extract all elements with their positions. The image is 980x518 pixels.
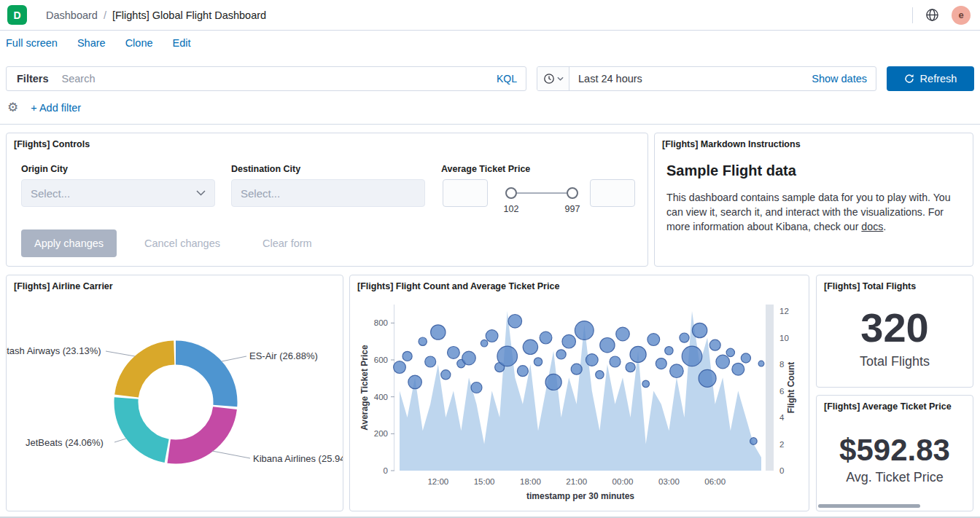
space-avatar-letter: D (13, 9, 20, 21)
panel-markdown-instructions: [Flights] Markdown Instructions Sample F… (654, 133, 973, 267)
svg-text:400: 400 (374, 393, 388, 401)
clock-icon (543, 73, 555, 85)
origin-city-placeholder: Select... (31, 187, 70, 200)
pie-label-logstash-airways: Logstash Airways (23.13%) (6, 345, 101, 356)
panel-airline-carrier: [Flights] Airline Carrier ES-Air (26.88%… (6, 275, 343, 511)
svg-text:0: 0 (384, 466, 388, 475)
space-avatar[interactable]: D (7, 5, 27, 25)
breadcrumb: Dashboard / [Flights] Global Flight Dash… (46, 9, 266, 21)
chevron-down-icon (557, 76, 564, 81)
svg-text:600: 600 (374, 356, 388, 364)
query-bar: Filters KQL Last 24 hours (6, 66, 974, 91)
markdown-heading: Sample Flight data (666, 162, 796, 179)
user-avatar[interactable]: e (952, 6, 971, 25)
destination-city-placeholder: Select... (241, 187, 280, 200)
svg-text:0: 0 (779, 466, 784, 475)
edit-button[interactable]: Edit (173, 37, 191, 49)
svg-text:18:00: 18:00 (520, 477, 541, 486)
refresh-button-label: Refresh (920, 73, 957, 85)
svg-text:10: 10 (779, 334, 789, 342)
full-screen-button[interactable]: Full screen (6, 37, 58, 49)
airline-donut-chart[interactable] (106, 333, 245, 471)
date-picker: Last 24 hours Show dates (537, 66, 876, 91)
svg-text:06:00: 06:00 (704, 477, 726, 486)
origin-city-label: Origin City (21, 164, 68, 174)
svg-text:4: 4 (779, 413, 785, 422)
avg-price-panel-title: [Flights] Average Ticket Price (817, 396, 973, 417)
pie-label-jetbeats: JetBeats (24.06%) (26, 437, 104, 448)
help-button[interactable] (924, 7, 941, 23)
svg-text:Flight Count: Flight Count (786, 362, 796, 414)
gear-icon: ⚙ (7, 101, 18, 114)
cancel-changes-button[interactable]: Cancel changes (144, 229, 220, 257)
slider-min-value: 102 (499, 204, 523, 214)
user-avatar-letter: e (958, 9, 963, 20)
show-dates-button[interactable]: Show dates (812, 73, 867, 85)
panel-flight-count-price: [Flights] Flight Count and Average Ticke… (349, 275, 809, 511)
panel-average-ticket-price: [Flights] Average Ticket Price $592.83 A… (816, 395, 973, 511)
origin-city-select[interactable]: Select... (21, 179, 215, 207)
price-min-input[interactable] (443, 179, 488, 207)
svg-text:12:00: 12:00 (427, 477, 448, 486)
header-divider (912, 7, 913, 23)
time-range-display[interactable]: Last 24 hours Show dates (569, 67, 876, 90)
filter-options-button[interactable]: ⚙ (7, 101, 18, 114)
pie-label-kibana-airlines: Kibana Airlines (25.94%) (253, 453, 343, 464)
clone-button[interactable]: Clone (125, 37, 153, 49)
apply-changes-button[interactable]: Apply changes (21, 229, 117, 257)
markdown-text-end: . (883, 221, 886, 232)
slider-track (511, 192, 572, 194)
kql-toggle-button[interactable]: KQL (488, 73, 526, 85)
time-range-text: Last 24 hours (578, 73, 642, 85)
combo-panel-title: [Flights] Flight Count and Average Ticke… (350, 275, 809, 297)
price-range-slider[interactable]: 102 997 (499, 179, 584, 214)
header-bar: D Dashboard / [Flights] Global Flight Da… (0, 0, 980, 31)
panel-horizontal-scrollbar[interactable] (818, 504, 920, 508)
total-flights-panel-title: [Flights] Total Flights (817, 275, 973, 297)
svg-text:8: 8 (779, 360, 784, 369)
avg-price-value: $592.83 (817, 435, 973, 466)
svg-text:200: 200 (374, 429, 388, 438)
time-quick-select-button[interactable] (537, 67, 569, 90)
search-input[interactable] (59, 73, 488, 85)
refresh-button[interactable]: Refresh (887, 66, 974, 91)
clear-form-button[interactable]: Clear form (262, 229, 312, 257)
ticket-price-label: Average Ticket Price (441, 164, 530, 174)
slider-handle-max[interactable] (567, 187, 578, 199)
add-filter-button[interactable]: + Add filter (31, 102, 81, 114)
search-box: Filters KQL (6, 66, 526, 91)
globe-icon (925, 8, 939, 22)
refresh-icon (904, 74, 914, 84)
markdown-panel-title: [Flights] Markdown Instructions (655, 133, 973, 155)
svg-text:6: 6 (779, 387, 784, 396)
share-button[interactable]: Share (77, 37, 106, 49)
svg-text:21:00: 21:00 (566, 477, 587, 486)
panel-total-flights: [Flights] Total Flights 320 Total Flight… (816, 275, 973, 388)
svg-text:800: 800 (374, 318, 388, 327)
chevron-down-icon (196, 190, 206, 196)
breadcrumb-current-page: [Flights] Global Flight Dashboard (112, 9, 266, 21)
svg-text:12: 12 (779, 307, 789, 315)
slider-handle-min[interactable] (505, 187, 517, 199)
section-divider (0, 124, 980, 125)
docs-link[interactable]: docs (861, 221, 883, 232)
airline-panel-title: [Flights] Airline Carrier (7, 275, 343, 297)
slider-max-value: 997 (561, 204, 584, 214)
price-max-input[interactable] (590, 179, 635, 207)
svg-text:2: 2 (779, 440, 784, 449)
markdown-body: This dashboard contains sample data for … (666, 190, 962, 234)
dashboard-toolbar: Full screen Share Clone Edit (6, 37, 191, 49)
pie-label-es-air: ES-Air (26.88%) (249, 350, 318, 361)
header-actions: e (912, 6, 980, 25)
destination-city-select[interactable]: Select... (231, 179, 425, 207)
breadcrumb-dashboard[interactable]: Dashboard (46, 9, 98, 21)
controls-panel-title: [Flights] Controls (7, 133, 648, 155)
filters-menu-button[interactable]: Filters (7, 73, 59, 85)
flight-count-chart[interactable]: 020040060080002468101212:0015:0018:0021:… (356, 296, 804, 507)
svg-text:15:00: 15:00 (474, 477, 495, 486)
avg-price-label: Avg. Ticket Price (817, 470, 973, 485)
destination-city-label: Destination City (231, 164, 300, 174)
markdown-text-start: This dashboard contains sample data for … (666, 192, 951, 232)
breadcrumb-separator: / (104, 9, 106, 21)
svg-text:timestamp per 30 minutes: timestamp per 30 minutes (526, 491, 634, 501)
